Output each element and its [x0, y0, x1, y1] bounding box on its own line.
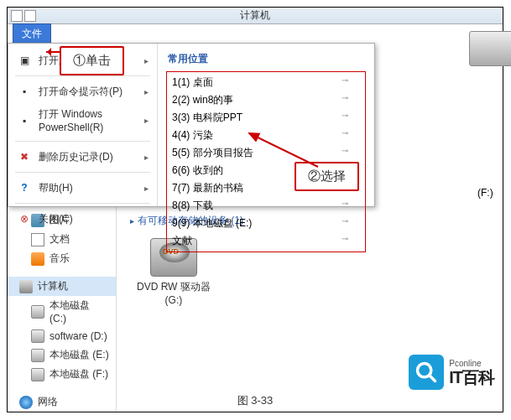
watermark-logo-icon [409, 355, 444, 390]
menu-delete-history[interactable]: ✖ 删除历史记录(D) ▸ [8, 145, 157, 169]
file-menu-right: 常用位置 1(1) 桌面 2(2) win8的事 3(3) 电科院PPT 4(4… [158, 44, 374, 206]
sidebar-computer[interactable]: 计算机 [8, 277, 116, 296]
documents-icon [31, 233, 44, 246]
menu-close[interactable]: ⊗ 关闭(C) [8, 207, 157, 231]
figure-caption: 图 3-33 [8, 393, 503, 408]
annotation-click: ①单击 [60, 46, 124, 75]
sidebar-documents[interactable]: 文档 [8, 230, 116, 249]
sidebar-drive-e[interactable]: 本地磁盘 (E:) [8, 345, 116, 365]
pin-icon[interactable] [342, 93, 353, 101]
pin-icon[interactable] [342, 234, 353, 242]
computer-icon [19, 280, 33, 293]
cmd-icon: ▪ [17, 84, 32, 99]
new-window-icon: ▣ [17, 53, 32, 68]
frequent-item[interactable]: 文献 [169, 232, 363, 250]
music-icon [31, 252, 44, 266]
menu-cmd[interactable]: ▪ 打开命令提示符(P) ▸ [8, 80, 157, 103]
pin-icon[interactable] [342, 128, 353, 137]
drive-label: (F:) [477, 187, 493, 199]
chevron-right-icon: ▸ [144, 87, 149, 96]
sidebar-drive-d[interactable]: software (D:) [8, 327, 116, 345]
frequent-header: 常用位置 [166, 49, 366, 70]
delete-history-icon: ✖ [17, 149, 32, 164]
watermark-big: IT百科 [449, 368, 494, 386]
window-title: 计算机 [240, 8, 270, 23]
svg-line-0 [249, 133, 318, 167]
drive-icon [31, 329, 44, 343]
dvd-label: DVD RW 驱动器 (G:) [137, 280, 211, 306]
svg-line-2 [430, 376, 435, 381]
pin-icon[interactable] [342, 75, 353, 84]
drive-icon-large[interactable] [469, 31, 511, 66]
frequent-item[interactable]: 3(3) 电科院PPT [169, 109, 363, 127]
drive-icon [31, 305, 44, 319]
chevron-right-icon: ▸ [144, 116, 149, 125]
watermark: Pconline IT百科 [409, 355, 494, 390]
pin-icon[interactable] [342, 146, 353, 154]
ribbon-file-bar: 文件 [8, 24, 503, 43]
sidebar-drive-c[interactable]: 本地磁盘 (C:) [8, 296, 116, 327]
file-button[interactable]: 文件 [13, 23, 51, 44]
pin-icon[interactable] [342, 199, 353, 207]
sys-icon [24, 10, 36, 22]
frequent-item[interactable]: 2(2) win8的事 [169, 91, 363, 109]
chevron-right-icon: ▸ [144, 153, 149, 162]
sys-icon [11, 10, 23, 22]
menu-help[interactable]: ? 帮助(H) ▸ [8, 176, 157, 200]
chevron-right-icon: ▸ [144, 56, 149, 65]
chevron-right-icon: ▸ [144, 184, 149, 193]
pin-icon[interactable] [342, 111, 353, 119]
titlebar: 计算机 [8, 8, 503, 24]
frequent-item[interactable]: 1(1) 桌面 [169, 74, 363, 91]
drive-icon [31, 349, 44, 362]
watermark-small: Pconline [449, 359, 494, 368]
frequent-item[interactable]: 9(9) 本地磁盘 (E:) [169, 215, 363, 232]
help-icon: ? [17, 180, 32, 195]
sidebar-drive-f[interactable]: 本地磁盘 (F:) [8, 365, 116, 384]
menu-powershell[interactable]: ▪ 打开 Windows PowerShell(R) ▸ [8, 103, 157, 137]
frequent-item[interactable]: 8(8) 下载 [169, 197, 363, 215]
annotation-arrow [246, 130, 321, 174]
close-icon: ⊗ [17, 211, 32, 226]
powershell-icon: ▪ [17, 113, 32, 128]
drive-icon [31, 368, 44, 381]
pin-icon[interactable] [342, 216, 353, 225]
sidebar-music[interactable]: 音乐 [8, 249, 116, 268]
